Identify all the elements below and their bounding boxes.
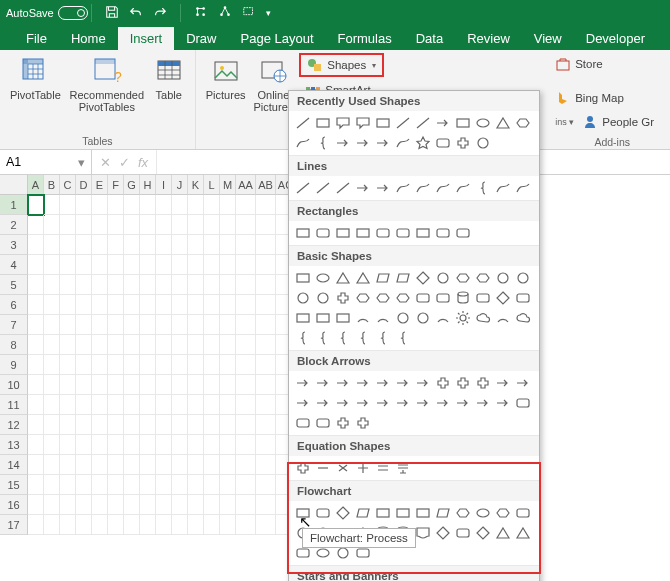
cell[interactable] xyxy=(156,255,172,275)
row-head[interactable]: 15 xyxy=(0,475,28,495)
shape-item[interactable] xyxy=(433,268,453,288)
cell[interactable] xyxy=(204,455,220,475)
shape-item[interactable] xyxy=(373,288,393,308)
cell[interactable] xyxy=(204,235,220,255)
cell[interactable] xyxy=(236,375,256,395)
cell[interactable] xyxy=(140,275,156,295)
cell[interactable] xyxy=(140,315,156,335)
cell[interactable] xyxy=(60,495,76,515)
shape-item[interactable] xyxy=(373,133,393,153)
shape-item[interactable] xyxy=(413,113,433,133)
cell[interactable] xyxy=(108,215,124,235)
shape-item[interactable] xyxy=(393,133,413,153)
shape-item[interactable] xyxy=(353,458,373,478)
shape-item[interactable] xyxy=(493,268,513,288)
cell[interactable] xyxy=(188,215,204,235)
shape-item[interactable] xyxy=(293,458,313,478)
cell[interactable] xyxy=(28,395,44,415)
cell[interactable] xyxy=(156,315,172,335)
shape-item[interactable] xyxy=(473,523,493,543)
cell[interactable] xyxy=(220,295,236,315)
cell[interactable] xyxy=(108,335,124,355)
cell[interactable] xyxy=(108,415,124,435)
cell[interactable] xyxy=(156,335,172,355)
shape-item[interactable] xyxy=(453,133,473,153)
cell[interactable] xyxy=(140,355,156,375)
shape-item[interactable] xyxy=(353,503,373,523)
cell[interactable] xyxy=(156,235,172,255)
cell[interactable] xyxy=(172,195,188,215)
cell[interactable] xyxy=(44,195,60,215)
shape-item[interactable] xyxy=(513,503,533,523)
name-box-input[interactable] xyxy=(6,155,66,169)
shape-item[interactable] xyxy=(433,223,453,243)
cell[interactable] xyxy=(124,515,140,535)
row-head[interactable]: 6 xyxy=(0,295,28,315)
shape-item[interactable] xyxy=(293,133,313,153)
shape-item[interactable] xyxy=(373,268,393,288)
cell[interactable] xyxy=(60,315,76,335)
cell[interactable] xyxy=(92,335,108,355)
cell[interactable] xyxy=(220,455,236,475)
cell[interactable] xyxy=(220,215,236,235)
cell[interactable] xyxy=(60,475,76,495)
cell[interactable] xyxy=(92,255,108,275)
col-head[interactable]: K xyxy=(188,175,204,195)
cell[interactable] xyxy=(172,475,188,495)
cell[interactable] xyxy=(140,475,156,495)
cell[interactable] xyxy=(140,255,156,275)
cell[interactable] xyxy=(256,215,276,235)
cell[interactable] xyxy=(92,475,108,495)
cell[interactable] xyxy=(236,455,256,475)
shape-item[interactable] xyxy=(313,308,333,328)
cell[interactable] xyxy=(44,415,60,435)
row-head[interactable]: 10 xyxy=(0,375,28,395)
cell[interactable] xyxy=(236,475,256,495)
shape-item[interactable] xyxy=(413,223,433,243)
cell[interactable] xyxy=(76,435,92,455)
shape-item[interactable] xyxy=(413,503,433,523)
cell[interactable] xyxy=(204,195,220,215)
shape-item[interactable] xyxy=(433,133,453,153)
shape-item[interactable] xyxy=(373,393,393,413)
cell[interactable] xyxy=(188,395,204,415)
cell[interactable] xyxy=(156,195,172,215)
cell[interactable] xyxy=(188,195,204,215)
shape-item[interactable] xyxy=(333,458,353,478)
shape-item[interactable] xyxy=(493,288,513,308)
qat-icon-2[interactable] xyxy=(218,5,232,21)
cell[interactable] xyxy=(28,495,44,515)
cell[interactable] xyxy=(44,315,60,335)
cell[interactable] xyxy=(140,515,156,535)
shape-item[interactable] xyxy=(493,503,513,523)
shape-item[interactable] xyxy=(313,133,333,153)
tab-view[interactable]: View xyxy=(522,27,574,50)
shape-item[interactable] xyxy=(313,458,333,478)
cell[interactable] xyxy=(156,495,172,515)
cell[interactable] xyxy=(172,375,188,395)
shape-item[interactable] xyxy=(313,413,333,433)
cell[interactable] xyxy=(124,295,140,315)
tab-page-layout[interactable]: Page Layout xyxy=(229,27,326,50)
row-head[interactable]: 11 xyxy=(0,395,28,415)
row-head[interactable]: 4 xyxy=(0,255,28,275)
cell[interactable] xyxy=(204,475,220,495)
shape-item[interactable] xyxy=(513,268,533,288)
shape-item[interactable] xyxy=(453,223,473,243)
shape-item[interactable] xyxy=(473,393,493,413)
cell[interactable] xyxy=(156,435,172,455)
cell[interactable] xyxy=(256,275,276,295)
shape-item[interactable] xyxy=(353,268,373,288)
cell[interactable] xyxy=(220,335,236,355)
shape-item[interactable] xyxy=(433,393,453,413)
cell[interactable] xyxy=(76,355,92,375)
shape-item[interactable] xyxy=(433,308,453,328)
cell[interactable] xyxy=(220,475,236,495)
col-head[interactable]: A xyxy=(28,175,44,195)
cell[interactable] xyxy=(256,395,276,415)
cell[interactable] xyxy=(60,455,76,475)
col-head[interactable]: D xyxy=(76,175,92,195)
cell[interactable] xyxy=(108,475,124,495)
cell[interactable] xyxy=(204,275,220,295)
shape-item[interactable] xyxy=(453,503,473,523)
